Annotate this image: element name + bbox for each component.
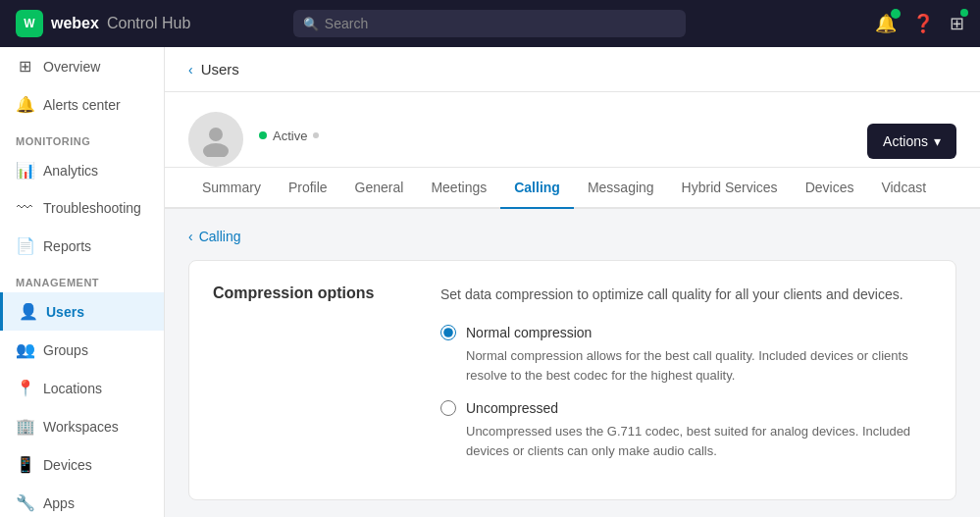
- user-meta: Active: [259, 125, 319, 155]
- apps-sidebar-icon: 🔧: [16, 493, 33, 512]
- breadcrumb-back-arrow[interactable]: ‹: [188, 62, 193, 78]
- sidebar-item-troubleshooting[interactable]: 〰 Troubleshooting: [0, 189, 164, 227]
- sidebar-item-label: Groups: [43, 342, 88, 358]
- svg-point-1: [203, 143, 229, 157]
- reports-icon: 📄: [16, 236, 33, 255]
- sidebar-item-users[interactable]: 👤 Users: [0, 292, 164, 331]
- notifications-icon[interactable]: 🔔: [875, 13, 897, 34]
- notification-badge: [891, 9, 901, 19]
- devices-icon: 📱: [16, 455, 33, 474]
- compression-layout: Compression options Set data compression…: [213, 284, 932, 476]
- back-calling-label: Calling: [199, 229, 241, 244]
- topbar-actions: 🔔 ❓ ⊞: [875, 13, 964, 34]
- locations-icon: 📍: [16, 379, 33, 397]
- sidebar-item-label: Apps: [43, 495, 75, 511]
- management-section-label: Management: [0, 265, 164, 292]
- tab-meetings[interactable]: Meetings: [417, 168, 500, 209]
- logo-text: webex: [51, 15, 99, 32]
- sidebar-item-label: Reports: [43, 238, 91, 254]
- overview-icon: ⊞: [16, 57, 33, 76]
- search-bar[interactable]: 🔍: [293, 10, 686, 37]
- sidebar-item-devices[interactable]: 📱 Devices: [0, 445, 164, 484]
- logo-icon: W: [16, 10, 43, 37]
- breadcrumb-bar: ‹ Users: [165, 47, 980, 92]
- apps-icon[interactable]: ⊞: [950, 13, 964, 34]
- radio-uncompressed[interactable]: [440, 400, 456, 416]
- sidebar-item-label: Devices: [43, 457, 92, 473]
- status-text: Active: [273, 129, 307, 143]
- analytics-icon: 📊: [16, 161, 33, 180]
- actions-label: Actions: [883, 133, 928, 149]
- sidebar-item-apps[interactable]: 🔧 Apps: [0, 484, 164, 517]
- topbar: W webex Control Hub 🔍 🔔 ❓ ⊞: [0, 0, 980, 47]
- tab-vidcast[interactable]: Vidcast: [867, 168, 940, 209]
- radio-label-uncompressed: Uncompressed: [466, 400, 558, 416]
- tab-general[interactable]: General: [341, 168, 418, 209]
- tabs-bar: Summary Profile General Meetings Calling…: [165, 168, 980, 209]
- compression-title: Compression options: [213, 284, 409, 476]
- app-name: Control Hub: [107, 15, 190, 32]
- user-info: Active: [188, 112, 319, 167]
- content-area: ‹ Calling Compression options Set data c…: [165, 209, 980, 517]
- sidebar-item-reports[interactable]: 📄 Reports: [0, 227, 164, 265]
- search-input[interactable]: [293, 10, 686, 37]
- sidebar: ⊞ Overview 🔔 Alerts center Monitoring 📊 …: [0, 47, 165, 517]
- sidebar-item-overview[interactable]: ⊞ Overview: [0, 47, 164, 85]
- sidebar-item-groups[interactable]: 👥 Groups: [0, 331, 164, 369]
- workspaces-icon: 🏢: [16, 417, 33, 436]
- status-dot: [259, 131, 267, 139]
- tab-devices[interactable]: Devices: [792, 168, 868, 209]
- layout: ⊞ Overview 🔔 Alerts center Monitoring 📊 …: [0, 47, 980, 517]
- radio-option-uncompressed: Uncompressed Uncompressed uses the G.711…: [440, 400, 932, 460]
- sidebar-item-label: Workspaces: [43, 419, 119, 435]
- user-status-row: Active: [259, 129, 319, 143]
- radio-label-normal: Normal compression: [466, 325, 592, 340]
- radio-desc-uncompressed: Uncompressed uses the G.711 codec, best …: [440, 422, 932, 460]
- monitoring-section-label: Monitoring: [0, 124, 164, 151]
- sidebar-item-label: Overview: [43, 59, 100, 75]
- logo: W webex Control Hub: [16, 10, 190, 37]
- tab-summary[interactable]: Summary: [188, 168, 275, 209]
- radio-row-uncompressed: Uncompressed: [440, 400, 932, 416]
- sidebar-item-label: Locations: [43, 381, 102, 396]
- actions-chevron-icon: ▾: [934, 133, 941, 149]
- users-icon: 👤: [19, 302, 36, 321]
- actions-button[interactable]: Actions ▾: [867, 124, 956, 159]
- sidebar-item-label: Alerts center: [43, 97, 121, 113]
- groups-icon: 👥: [16, 340, 33, 359]
- alerts-icon: 🔔: [16, 95, 33, 114]
- avatar: [188, 112, 243, 167]
- radio-normal[interactable]: [440, 325, 456, 340]
- tab-messaging[interactable]: Messaging: [574, 168, 668, 209]
- radio-row-normal: Normal compression: [440, 325, 932, 340]
- tab-calling[interactable]: Calling: [500, 168, 574, 209]
- sidebar-item-alerts[interactable]: 🔔 Alerts center: [0, 85, 164, 124]
- status-edit-dot[interactable]: [313, 132, 319, 138]
- breadcrumb-text: Users: [201, 61, 239, 78]
- tab-profile[interactable]: Profile: [275, 168, 341, 209]
- tab-hybrid-services[interactable]: Hybrid Services: [668, 168, 792, 209]
- sidebar-item-locations[interactable]: 📍 Locations: [0, 369, 164, 407]
- compression-card: Compression options Set data compression…: [188, 260, 956, 500]
- svg-point-0: [209, 128, 223, 141]
- compression-right: Set data compression to optimize call qu…: [440, 284, 932, 476]
- compression-description: Set data compression to optimize call qu…: [440, 284, 932, 305]
- apps-badge: [960, 9, 968, 17]
- user-header: Active Actions ▾: [165, 92, 980, 168]
- sidebar-item-label: Analytics: [43, 163, 98, 179]
- back-calling-arrow: ‹: [188, 229, 193, 244]
- sidebar-item-label: Users: [46, 304, 84, 320]
- back-calling-link[interactable]: ‹ Calling: [188, 229, 956, 244]
- sidebar-item-label: Troubleshooting: [43, 200, 141, 216]
- main-content: ‹ Users Active: [165, 47, 980, 517]
- sidebar-item-workspaces[interactable]: 🏢 Workspaces: [0, 407, 164, 445]
- radio-desc-normal: Normal compression allows for the best c…: [440, 346, 932, 385]
- help-icon[interactable]: ❓: [912, 13, 934, 34]
- troubleshooting-icon: 〰: [16, 199, 33, 217]
- radio-option-normal: Normal compression Normal compression al…: [440, 325, 932, 385]
- search-icon: 🔍: [303, 17, 319, 31]
- sidebar-item-analytics[interactable]: 📊 Analytics: [0, 151, 164, 189]
